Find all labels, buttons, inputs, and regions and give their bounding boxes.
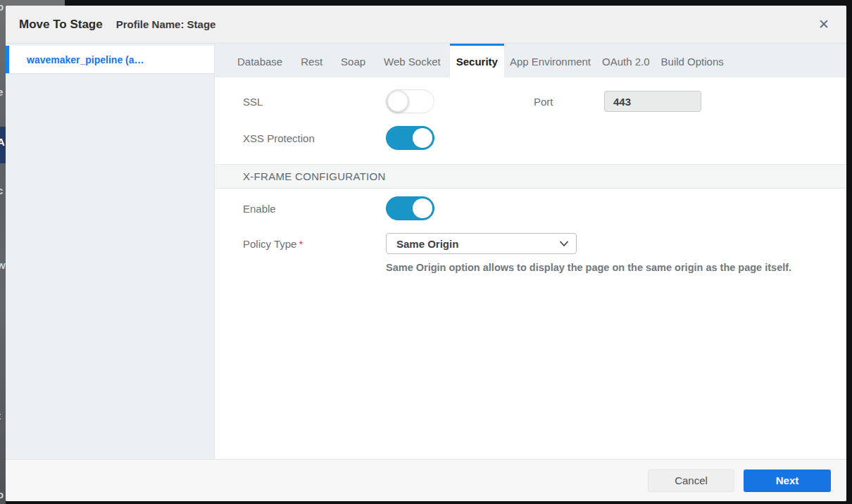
background-text-fragment: t (0, 410, 1, 422)
enable-row: Enable (243, 196, 825, 220)
xframe-section-header: X-FRAME CONFIGURATION (215, 164, 846, 189)
tab-app-environment[interactable]: App Environment (504, 44, 596, 77)
ssl-row: SSL Port (243, 89, 825, 113)
enable-label: Enable (243, 203, 386, 215)
tab-security[interactable]: Security (450, 44, 504, 77)
ssl-label: SSL (243, 96, 386, 108)
required-marker: * (299, 238, 303, 250)
toggle-knob (413, 199, 432, 218)
cancel-button[interactable]: Cancel (648, 470, 734, 492)
chevron-down-icon (559, 239, 569, 248)
xss-protection-toggle[interactable] (386, 126, 434, 150)
xframe-section-title: X-FRAME CONFIGURATION (243, 170, 386, 182)
selected-accent-bar (6, 46, 9, 73)
policy-type-value: Same Origin (396, 238, 559, 250)
background-app-strip: o e A c w t o (0, 0, 6, 504)
policy-type-label: Policy Type* (243, 233, 386, 250)
xframe-panel: Enable Policy Type* Same Origin (215, 189, 846, 273)
profile-name-label: Profile Name: Stage (116, 18, 216, 30)
port-label: Port (534, 96, 604, 108)
tab-web-socket[interactable]: Web Socket (375, 44, 450, 77)
tab-database[interactable]: Database (228, 44, 292, 77)
background-text-fragment: A (0, 136, 5, 148)
move-to-stage-dialog: Move To Stage Profile Name: Stage ✕ wave… (6, 6, 846, 501)
xframe-enable-toggle[interactable] (386, 196, 434, 220)
background-text-fragment: c (0, 184, 3, 196)
close-icon[interactable]: ✕ (818, 18, 829, 31)
security-panel: SSL Port XSS Protection (215, 77, 846, 164)
background-text-fragment: o (0, 1, 4, 13)
profile-tabs: Database Rest Soap Web Socket Security A… (215, 44, 846, 77)
policy-type-field: Same Origin Same Origin option allows to… (386, 233, 791, 273)
background-text-fragment: e (0, 86, 3, 98)
xss-row: XSS Protection (243, 126, 825, 150)
toggle-knob (413, 128, 432, 148)
dialog-body: wavemaker_pipeline (a… Database Rest Soa… (6, 44, 846, 459)
policy-type-select[interactable]: Same Origin (386, 233, 577, 254)
toggle-knob (387, 91, 408, 112)
background-text-fragment: w (0, 259, 6, 271)
tab-oauth[interactable]: OAuth 2.0 (596, 44, 656, 77)
port-input[interactable] (604, 91, 701, 112)
dialog-title: Move To Stage (19, 18, 103, 32)
xss-protection-label: XSS Protection (243, 132, 386, 144)
policy-type-label-text: Policy Type (243, 238, 296, 250)
tab-build-options[interactable]: Build Options (656, 44, 729, 77)
pipeline-sidebar: wavemaker_pipeline (a… (6, 44, 215, 459)
dialog-header: Move To Stage Profile Name: Stage ✕ (6, 6, 846, 44)
background-text-fragment: o (0, 489, 4, 500)
sidebar-item-label: wavemaker_pipeline (a… (6, 54, 144, 65)
background-app-top (0, 0, 65, 6)
tab-rest[interactable]: Rest (292, 44, 332, 77)
tab-soap[interactable]: Soap (332, 44, 375, 77)
dialog-footer: Cancel Next (6, 459, 846, 501)
screen: o e A c w t o Move To Stage Profile Name… (0, 0, 852, 504)
sidebar-item-pipeline[interactable]: wavemaker_pipeline (a… (6, 46, 214, 74)
policy-help-text: Same Origin option allows to display the… (386, 262, 791, 273)
ssl-toggle[interactable] (386, 89, 434, 113)
tab-panel-area: Database Rest Soap Web Socket Security A… (215, 44, 846, 459)
next-button[interactable]: Next (744, 470, 831, 492)
policy-type-row: Policy Type* Same Origin Same Origin opt… (243, 233, 825, 273)
